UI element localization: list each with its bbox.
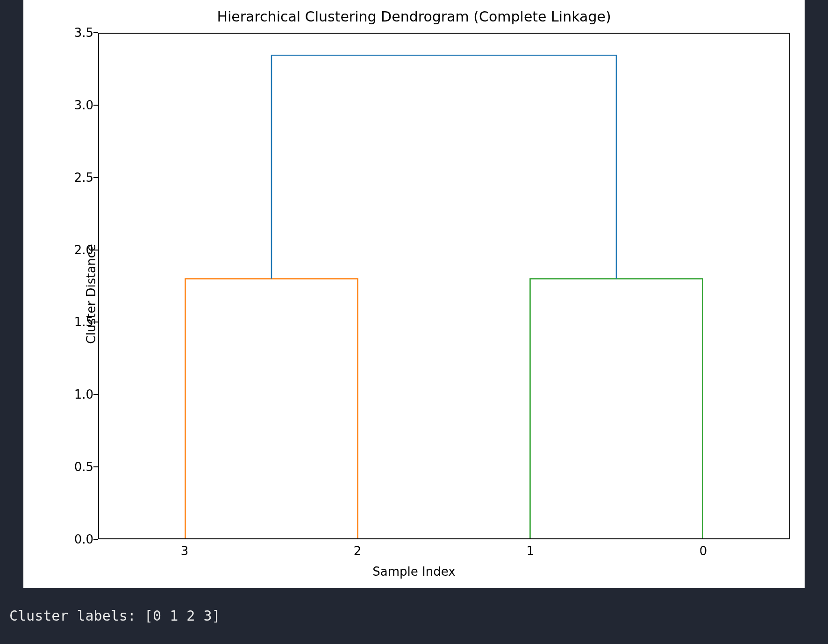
y-tick-mark xyxy=(93,250,98,250)
screenshot-root: Hierarchical Clustering Dendrogram (Comp… xyxy=(0,0,828,644)
y-tick-mark xyxy=(93,32,98,33)
y-tick-label: 1.0 xyxy=(56,387,93,401)
y-tick-mark xyxy=(93,105,98,106)
chart-title: Hierarchical Clustering Dendrogram (Comp… xyxy=(23,8,805,25)
dendrogram-link xyxy=(530,279,703,538)
y-tick-label: 2.5 xyxy=(56,171,93,185)
y-tick-label: 0.0 xyxy=(56,532,93,546)
y-tick-mark xyxy=(93,177,98,178)
plot-area xyxy=(98,33,790,539)
y-tick-mark xyxy=(93,539,98,540)
dendrogram-link xyxy=(271,55,616,279)
y-tick-label: 0.5 xyxy=(56,460,93,474)
matplotlib-figure: Hierarchical Clustering Dendrogram (Comp… xyxy=(23,0,805,588)
x-tick-label: 2 xyxy=(354,544,362,558)
x-tick-label: 3 xyxy=(181,544,189,558)
y-tick-mark xyxy=(93,466,98,467)
y-tick-mark xyxy=(93,394,98,395)
x-tick-label: 1 xyxy=(527,544,535,558)
y-tick-label: 1.5 xyxy=(56,315,93,329)
x-axis-label: Sample Index xyxy=(23,565,805,579)
y-tick-label: 3.5 xyxy=(56,26,93,40)
y-tick-label: 2.0 xyxy=(56,243,93,257)
dendrogram-svg xyxy=(99,34,789,538)
y-tick-mark xyxy=(93,322,98,322)
console-output: Cluster labels: [0 1 2 3] xyxy=(9,608,221,624)
x-tick-label: 0 xyxy=(700,544,707,558)
y-tick-label: 3.0 xyxy=(56,98,93,112)
dendrogram-link xyxy=(186,279,358,538)
